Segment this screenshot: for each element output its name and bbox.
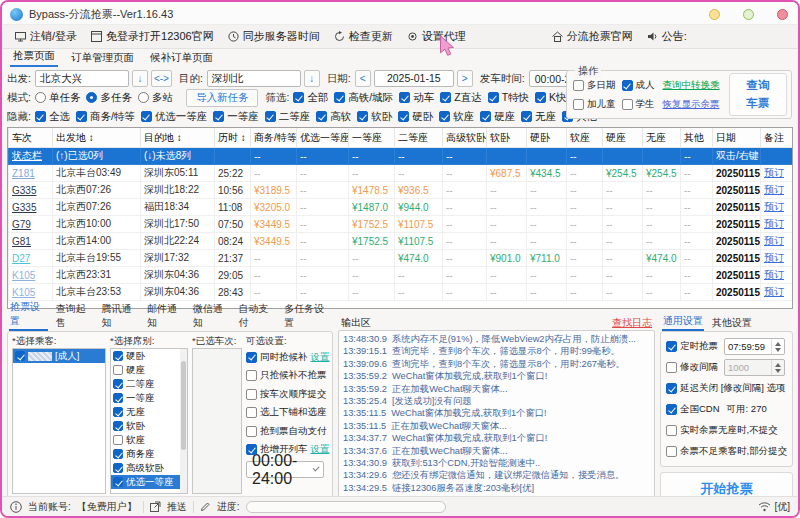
train-code-link[interactable]: G81 — [12, 236, 31, 247]
find-log-link[interactable]: 查找日志 — [612, 316, 652, 330]
book-link[interactable]: 预订 — [764, 167, 784, 178]
column-header[interactable]: 历时 ↕ — [215, 128, 251, 148]
column-header[interactable]: 目的地 ↕ — [141, 128, 215, 148]
table-row[interactable]: K105北京丰台23:53深圳东04:3628:43--------------… — [9, 284, 793, 301]
mode-radio-2[interactable]: 多站 — [138, 91, 173, 105]
tab-waitlist-order[interactable]: 候补订单页面 — [147, 51, 216, 67]
column-header[interactable]: 出发地 ↕ — [53, 128, 141, 148]
hide-checkbox-8[interactable]: 软座 — [439, 110, 474, 124]
to-station-input[interactable]: 深圳北 — [207, 70, 301, 87]
scrollbar[interactable] — [180, 349, 187, 493]
filter-checkbox-3[interactable]: Z直达 — [440, 91, 481, 105]
book-link[interactable]: 预订 — [764, 184, 784, 195]
check-update-button[interactable]: 检查更新 — [327, 27, 400, 46]
table-row[interactable]: Z181北京丰台03:49深圳东05:1125:22----------¥687… — [9, 165, 793, 182]
mode-radio-1[interactable]: 多任务 — [86, 91, 132, 105]
settings-tab-2[interactable]: 腾讯通知 — [100, 302, 139, 331]
tab-grab-ticket[interactable]: 抢票页面 — [10, 49, 58, 67]
log-output-box[interactable]: 13:48:30.9系统内存不足(91%)，降低WebView2内存占用，防止崩… — [338, 330, 655, 498]
open-12306-button[interactable]: 免登录打开12306官网 — [84, 27, 221, 46]
settings-link[interactable]: 设置 — [311, 443, 330, 456]
column-header[interactable]: 硬座 — [603, 128, 643, 148]
column-header[interactable]: 高级软卧 — [443, 128, 487, 148]
train-code-link[interactable]: G79 — [12, 219, 31, 230]
settings-tab-4[interactable]: 微信通知 — [192, 302, 231, 331]
general-setting-3[interactable]: 全国CDN可用: 270 — [666, 399, 787, 420]
table-row[interactable]: G81北京西14:00深圳北22:2408:24¥3449.5--¥1752.5… — [9, 233, 793, 250]
column-header[interactable]: 软座 — [567, 128, 603, 148]
book-link[interactable]: 预订 — [764, 286, 784, 297]
optional-setting-4[interactable]: 抢到票自动支付 — [246, 422, 328, 441]
seat-class-item[interactable]: 高级软卧 — [111, 461, 187, 475]
settings-tab-5[interactable]: 自动支付 — [237, 302, 276, 331]
from-station-input[interactable]: 北京大兴 — [35, 70, 129, 87]
push-label[interactable]: 推送 — [167, 500, 187, 514]
seat-class-item[interactable]: 硬卧 — [111, 349, 187, 363]
seat-class-item[interactable]: 无座 — [111, 405, 187, 419]
ops-checkbox-0[interactable]: 多日期 — [573, 79, 616, 92]
next-date-button[interactable]: > — [457, 70, 473, 87]
general-setting-5[interactable]: 余票不足乘客时,部分提交 — [666, 441, 787, 462]
optional-setting-0[interactable]: 同时抢候补设置 — [246, 348, 328, 367]
query-tickets-button[interactable]: 查询车票 — [729, 73, 787, 116]
hide-checkbox-7[interactable]: 硬卧 — [398, 110, 433, 124]
seat-class-item[interactable]: 商务座 — [111, 447, 187, 461]
book-link[interactable]: 预订 — [764, 252, 784, 263]
mode-radio-0[interactable]: 单任务 — [35, 91, 81, 105]
prev-date-button[interactable]: < — [355, 70, 371, 87]
column-header[interactable]: 日期 — [713, 128, 761, 148]
filter-checkbox-1[interactable]: 高铁/城际 — [334, 91, 393, 105]
seat-class-item[interactable]: 硬座 — [111, 363, 187, 377]
settings-tab-3[interactable]: 邮件通知 — [146, 302, 185, 331]
seat-class-item[interactable]: 二等座 — [111, 377, 187, 391]
optional-setting-2[interactable]: 按车次顺序提交 — [246, 385, 328, 404]
spinner-input[interactable]: 1000 — [724, 359, 785, 376]
passenger-listbox[interactable]: [成人] — [12, 348, 106, 494]
to-dropdown-button[interactable]: ↓ — [304, 70, 320, 87]
hide-checkbox-10[interactable]: 无座 — [521, 110, 556, 124]
train-code-link[interactable]: G335 — [12, 202, 36, 213]
book-link[interactable]: 预订 — [764, 235, 784, 246]
seat-class-item[interactable]: 软座 — [111, 433, 187, 447]
ops-checkbox2-1[interactable]: 学生 — [622, 98, 655, 111]
sync-server-time-button[interactable]: 同步服务器时间 — [221, 27, 327, 46]
settings-tab-0[interactable]: 抢票设置 — [9, 300, 48, 331]
book-link[interactable]: 预订 — [764, 269, 784, 280]
train-code-link[interactable]: Z181 — [12, 168, 35, 179]
hide-checkbox-6[interactable]: 软卧 — [357, 110, 392, 124]
column-header[interactable]: 二等座 — [395, 128, 443, 148]
import-task-button[interactable]: 导入新任务 — [186, 89, 259, 107]
seat-class-item[interactable]: 软卧 — [111, 419, 187, 433]
announcement-label[interactable]: 公告: — [640, 27, 694, 46]
filter-checkbox-2[interactable]: 动车 — [399, 91, 434, 105]
general-setting-4[interactable]: 实时余票无座时,不提交 — [666, 420, 787, 441]
general-setting-2[interactable]: 延迟关闭 [修改间隔] 选项 — [666, 378, 787, 399]
table-row[interactable]: G335北京西07:26福田18:3411:08¥3205.0--¥1487.0… — [9, 199, 793, 216]
optional-setting-1[interactable]: 只抢候补不抢票 — [246, 367, 328, 386]
train-code-link[interactable]: K105 — [12, 287, 35, 298]
hide-checkbox-1[interactable]: 商务/特等 — [76, 110, 135, 124]
seat-class-item[interactable]: 优选一等座 — [111, 475, 187, 489]
column-header[interactable]: 优选一等座 — [297, 128, 349, 148]
train-code-link[interactable]: K105 — [12, 270, 35, 281]
selected-trains-listbox[interactable] — [192, 348, 242, 494]
column-header[interactable]: 硬卧 — [527, 128, 567, 148]
settings-tab-1[interactable]: 查询起售 — [55, 302, 94, 331]
general-setting-0[interactable]: 定时抢票07:59:59 — [666, 336, 787, 357]
set-proxy-button[interactable]: 设置代理 — [400, 27, 473, 46]
settings-link[interactable]: 设置 — [311, 351, 330, 364]
filter-checkbox-4[interactable]: T特快 — [488, 91, 529, 105]
ops-checkbox-1[interactable]: 成人 — [622, 79, 655, 92]
table-row[interactable]: K105北京西23:31深圳东04:3629:05---------------… — [9, 267, 793, 284]
official-site-link[interactable]: 分流抢票官网 — [545, 27, 640, 46]
logout-login-button[interactable]: 注销/登录 — [8, 27, 84, 46]
grab-time-range-select[interactable]: 00:00-24:00 — [246, 461, 324, 478]
general-setting-1[interactable]: 修改间隔1000 — [666, 357, 787, 378]
table-row[interactable]: G335北京西07:26深圳北18:2210:56¥3189.5--¥1478.… — [9, 182, 793, 199]
seat-class-item[interactable]: 一等座 — [111, 391, 187, 405]
train-code-link[interactable]: D27 — [12, 253, 30, 264]
hide-checkbox-2[interactable]: 优选一等座 — [141, 110, 208, 124]
hide-checkbox-0[interactable]: 全选 — [35, 110, 70, 124]
table-row[interactable]: D27北京丰台19:55深圳17:3221:37------¥474.0--¥9… — [9, 250, 793, 267]
book-link[interactable]: 预订 — [764, 201, 784, 212]
